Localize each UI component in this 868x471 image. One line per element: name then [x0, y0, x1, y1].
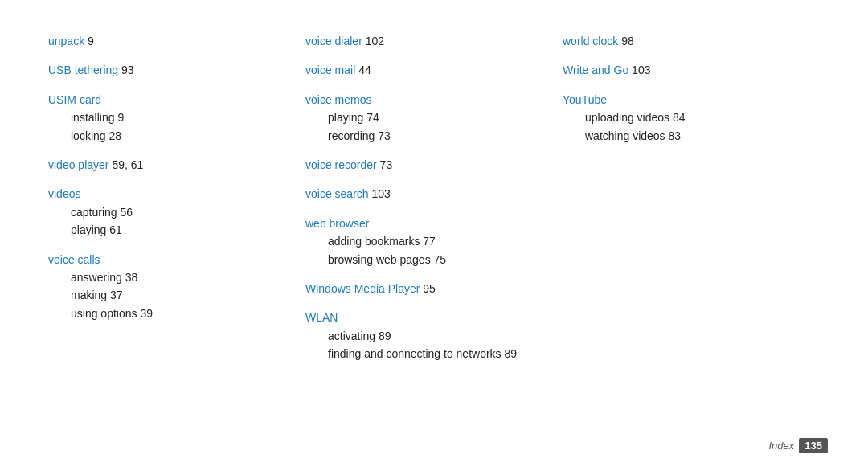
sub-number-web-browser-0: 77: [423, 235, 436, 248]
sub-entry-web-browser-1: browsing web pages 75: [305, 251, 563, 268]
sub-entry-youtube-0: uploading videos 84: [563, 109, 820, 126]
entry-usim-card: USIM cardinstalling 9locking 28: [48, 91, 305, 145]
entry-number-unpack: 9: [84, 35, 94, 47]
sub-number-wlan-1: 89: [504, 347, 517, 360]
sub-entry-usim-card-0: installing 9: [48, 109, 305, 126]
entry-link-wlan[interactable]: WLAN: [305, 311, 338, 324]
entry-windows-media-player: Windows Media Player 95: [305, 280, 563, 297]
sub-entry-usim-card-1: locking 28: [48, 127, 305, 145]
column-2: voice dialer 102voice mail 44voice memos…: [305, 32, 563, 439]
sub-entry-voice-calls-0: answering 38: [48, 268, 305, 286]
entry-number-world-clock: 98: [618, 35, 633, 47]
entry-web-browser: web browseradding bookmarks 77browsing w…: [305, 215, 563, 268]
entry-voice-mail: voice mail 44: [305, 61, 563, 79]
sub-number-usim-card-1: 28: [108, 129, 121, 142]
entry-main-videos: videos: [48, 185, 305, 203]
footer-label: Index: [768, 440, 794, 452]
entry-world-clock: world clock 98: [563, 32, 820, 50]
entry-main-windows-media-player: Windows Media Player 95: [305, 280, 563, 297]
sub-number-voice-memos-1: 73: [378, 129, 391, 142]
sub-number-videos-1: 61: [109, 223, 122, 236]
entry-link-write-and-go[interactable]: Write and Go: [563, 63, 628, 76]
entry-link-video-player[interactable]: video player: [48, 158, 109, 171]
entry-number-write-and-go: 103: [628, 63, 650, 76]
page-content: unpack 9USB tethering 93USIM cardinstall…: [0, 0, 868, 471]
entry-number-video-player: 59, 61: [109, 158, 144, 171]
entry-unpack: unpack 9: [48, 32, 305, 50]
entry-voice-calls: voice callsanswering 38making 37using op…: [48, 251, 305, 323]
entry-number-usb-tethering: 93: [118, 63, 133, 76]
entry-link-windows-media-player[interactable]: Windows Media Player: [305, 282, 420, 295]
entry-write-and-go: Write and Go 103: [563, 61, 820, 79]
entry-link-usim-card[interactable]: USIM card: [48, 93, 101, 106]
entry-main-voice-calls: voice calls: [48, 251, 305, 268]
entry-number-voice-mail: 44: [355, 63, 371, 76]
sub-number-usim-card-0: 9: [117, 111, 124, 124]
entry-link-web-browser[interactable]: web browser: [305, 217, 369, 230]
footer-page: 135: [799, 438, 828, 453]
entry-wlan: WLANactivating 89finding and connecting …: [305, 309, 563, 362]
sub-entry-videos-1: playing 61: [48, 221, 305, 239]
sub-number-wlan-0: 89: [379, 330, 391, 342]
entry-link-voice-recorder[interactable]: voice recorder: [305, 158, 377, 171]
footer: Index 135: [768, 438, 828, 453]
entry-voice-recorder: voice recorder 73: [305, 156, 563, 174]
entry-link-voice-mail[interactable]: voice mail: [305, 63, 355, 76]
entry-main-video-player: video player 59, 61: [48, 156, 305, 174]
entry-link-usb-tethering[interactable]: USB tethering: [48, 63, 118, 76]
column-1: unpack 9USB tethering 93USIM cardinstall…: [48, 32, 305, 439]
entry-main-write-and-go: Write and Go 103: [563, 61, 820, 79]
entry-main-youtube: YouTube: [563, 91, 820, 109]
sub-entry-web-browser-0: adding bookmarks 77: [305, 232, 563, 250]
entry-main-voice-mail: voice mail 44: [305, 61, 563, 79]
entry-usb-tethering: USB tethering 93: [48, 61, 305, 79]
entry-main-voice-search: voice search 103: [305, 185, 563, 203]
sub-number-voice-calls-0: 38: [125, 271, 138, 284]
entry-link-videos[interactable]: videos: [48, 187, 80, 200]
entry-main-usim-card: USIM card: [48, 91, 305, 109]
entry-main-voice-dialer: voice dialer 102: [305, 32, 563, 50]
entry-link-voice-memos[interactable]: voice memos: [305, 93, 371, 106]
entry-number-voice-recorder: 73: [377, 158, 392, 171]
entry-main-unpack: unpack 9: [48, 32, 305, 50]
entry-link-unpack[interactable]: unpack: [48, 35, 84, 47]
entry-main-web-browser: web browser: [305, 215, 563, 232]
entry-video-player: video player 59, 61: [48, 156, 305, 174]
entry-link-youtube[interactable]: YouTube: [563, 93, 607, 106]
entry-main-wlan: WLAN: [305, 309, 563, 326]
entry-main-voice-memos: voice memos: [305, 91, 563, 109]
sub-number-videos-0: 56: [120, 206, 133, 219]
sub-entry-wlan-1: finding and connecting to networks 89: [305, 345, 563, 362]
entry-voice-memos: voice memosplaying 74recording 73: [305, 91, 563, 145]
entry-number-voice-dialer: 102: [362, 35, 384, 47]
sub-number-youtube-1: 83: [669, 129, 682, 142]
entry-number-voice-search: 103: [369, 187, 391, 200]
sub-number-web-browser-1: 75: [434, 253, 447, 266]
sub-entry-voice-calls-1: making 37: [48, 286, 305, 304]
sub-number-voice-calls-1: 37: [110, 289, 123, 301]
sub-entry-youtube-1: watching videos 83: [563, 127, 820, 145]
entry-main-voice-recorder: voice recorder 73: [305, 156, 563, 174]
sub-number-voice-calls-2: 39: [140, 307, 153, 320]
sub-entry-videos-0: capturing 56: [48, 203, 305, 221]
sub-entry-voice-memos-0: playing 74: [305, 109, 563, 126]
column-3: world clock 98Write and Go 103YouTubeupl…: [563, 32, 820, 439]
entry-link-voice-dialer[interactable]: voice dialer: [305, 35, 362, 47]
entry-main-usb-tethering: USB tethering 93: [48, 61, 305, 79]
entry-main-world-clock: world clock 98: [563, 32, 820, 50]
sub-entry-voice-calls-2: using options 39: [48, 305, 305, 322]
entry-link-world-clock[interactable]: world clock: [563, 35, 618, 47]
sub-entry-wlan-0: activating 89: [305, 327, 563, 345]
entry-voice-dialer: voice dialer 102: [305, 32, 563, 50]
entry-videos: videoscapturing 56playing 61: [48, 185, 305, 239]
entry-number-windows-media-player: 95: [420, 282, 435, 295]
sub-number-youtube-0: 84: [673, 111, 686, 124]
sub-number-voice-memos-0: 74: [366, 111, 379, 124]
entry-link-voice-search[interactable]: voice search: [305, 187, 369, 200]
sub-entry-voice-memos-1: recording 73: [305, 127, 563, 145]
entry-voice-search: voice search 103: [305, 185, 563, 203]
entry-link-voice-calls[interactable]: voice calls: [48, 253, 100, 266]
entry-youtube: YouTubeuploading videos 84watching video…: [563, 91, 820, 145]
